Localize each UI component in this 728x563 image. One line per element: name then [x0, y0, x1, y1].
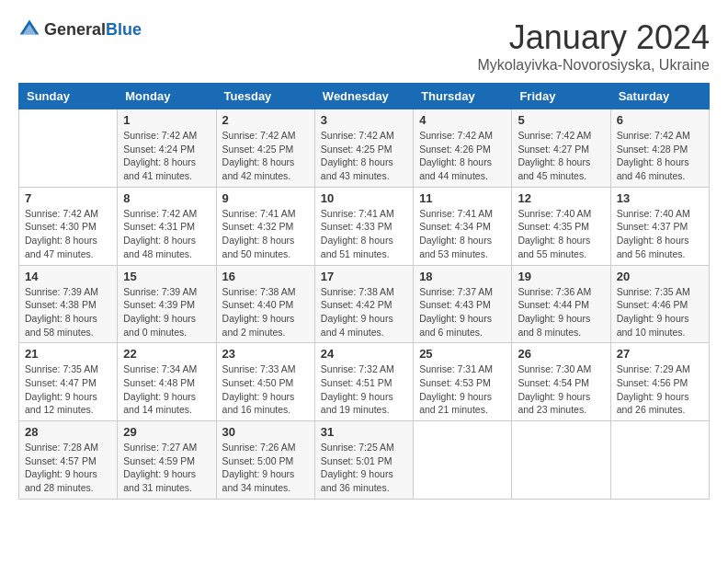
day-number: 22 — [123, 347, 210, 361]
day-cell — [414, 421, 512, 500]
day-number: 15 — [123, 270, 210, 283]
day-cell: 26Sunrise: 7:30 AMSunset: 4:54 PMDayligh… — [512, 343, 610, 421]
day-info: Sunrise: 7:40 AMSunset: 4:35 PMDaylight:… — [518, 207, 604, 261]
day-info: Sunrise: 7:26 AMSunset: 5:00 PMDaylight:… — [222, 441, 309, 495]
day-info: Sunrise: 7:38 AMSunset: 4:40 PMDaylight:… — [222, 285, 309, 339]
weekday-header-saturday: Saturday — [610, 84, 709, 109]
day-info: Sunrise: 7:35 AMSunset: 4:47 PMDaylight:… — [25, 362, 111, 417]
day-cell: 6Sunrise: 7:42 AMSunset: 4:28 PMDaylight… — [610, 109, 709, 188]
logo: GeneralBlue — [18, 18, 142, 40]
weekday-header-monday: Monday — [118, 84, 216, 109]
day-info: Sunrise: 7:36 AMSunset: 4:44 PMDaylight:… — [518, 285, 604, 339]
weekday-header-thursday: Thursday — [414, 84, 512, 109]
week-row-5: 28Sunrise: 7:28 AMSunset: 4:57 PMDayligh… — [19, 421, 710, 500]
day-number: 31 — [321, 425, 407, 439]
day-cell: 16Sunrise: 7:38 AMSunset: 4:40 PMDayligh… — [216, 265, 314, 343]
day-number: 9 — [222, 191, 309, 205]
day-cell: 8Sunrise: 7:42 AMSunset: 4:31 PMDaylight… — [118, 187, 216, 265]
day-info: Sunrise: 7:41 AMSunset: 4:33 PMDaylight:… — [321, 207, 407, 261]
day-cell: 17Sunrise: 7:38 AMSunset: 4:42 PMDayligh… — [314, 265, 413, 343]
day-info: Sunrise: 7:34 AMSunset: 4:48 PMDaylight:… — [123, 362, 210, 417]
month-title: January 2024 — [477, 18, 710, 57]
day-info: Sunrise: 7:39 AMSunset: 4:38 PMDaylight:… — [25, 285, 111, 339]
weekday-header-sunday: Sunday — [19, 84, 118, 109]
day-number: 18 — [419, 270, 506, 283]
title-block: January 2024 Mykolayivka-Novorosiyska, U… — [477, 18, 710, 74]
day-number: 28 — [25, 425, 111, 439]
day-info: Sunrise: 7:32 AMSunset: 4:51 PMDaylight:… — [321, 362, 407, 417]
day-cell: 7Sunrise: 7:42 AMSunset: 4:30 PMDaylight… — [19, 187, 118, 265]
day-info: Sunrise: 7:30 AMSunset: 4:54 PMDaylight:… — [518, 362, 604, 417]
day-info: Sunrise: 7:25 AMSunset: 5:01 PMDaylight:… — [321, 441, 407, 495]
day-info: Sunrise: 7:42 AMSunset: 4:31 PMDaylight:… — [123, 207, 210, 261]
day-cell: 9Sunrise: 7:41 AMSunset: 4:32 PMDaylight… — [216, 187, 314, 265]
day-cell: 24Sunrise: 7:32 AMSunset: 4:51 PMDayligh… — [314, 343, 413, 421]
day-info: Sunrise: 7:28 AMSunset: 4:57 PMDaylight:… — [25, 441, 111, 495]
weekday-header-friday: Friday — [512, 84, 610, 109]
day-info: Sunrise: 7:39 AMSunset: 4:39 PMDaylight:… — [123, 285, 210, 339]
day-cell: 30Sunrise: 7:26 AMSunset: 5:00 PMDayligh… — [216, 421, 314, 500]
day-info: Sunrise: 7:42 AMSunset: 4:24 PMDaylight:… — [123, 129, 210, 183]
week-row-2: 7Sunrise: 7:42 AMSunset: 4:30 PMDaylight… — [19, 187, 710, 265]
day-number: 29 — [123, 425, 210, 439]
day-cell: 13Sunrise: 7:40 AMSunset: 4:37 PMDayligh… — [610, 187, 709, 265]
day-info: Sunrise: 7:42 AMSunset: 4:26 PMDaylight:… — [419, 129, 506, 183]
day-number: 20 — [617, 270, 703, 283]
day-cell — [610, 421, 709, 500]
day-info: Sunrise: 7:41 AMSunset: 4:34 PMDaylight:… — [419, 207, 506, 261]
day-cell: 18Sunrise: 7:37 AMSunset: 4:43 PMDayligh… — [414, 265, 512, 343]
day-number: 24 — [321, 347, 407, 361]
day-number: 6 — [617, 113, 703, 127]
day-number: 27 — [617, 347, 703, 361]
day-info: Sunrise: 7:42 AMSunset: 4:28 PMDaylight:… — [617, 129, 703, 183]
day-info: Sunrise: 7:27 AMSunset: 4:59 PMDaylight:… — [123, 441, 210, 495]
day-info: Sunrise: 7:41 AMSunset: 4:32 PMDaylight:… — [222, 207, 309, 261]
day-cell: 28Sunrise: 7:28 AMSunset: 4:57 PMDayligh… — [19, 421, 118, 500]
weekday-header-wednesday: Wednesday — [314, 84, 413, 109]
day-number: 7 — [25, 191, 111, 205]
day-number: 5 — [518, 113, 604, 127]
day-info: Sunrise: 7:40 AMSunset: 4:37 PMDaylight:… — [617, 207, 703, 261]
day-number: 1 — [123, 113, 210, 127]
day-cell: 31Sunrise: 7:25 AMSunset: 5:01 PMDayligh… — [314, 421, 413, 500]
day-cell: 20Sunrise: 7:35 AMSunset: 4:46 PMDayligh… — [610, 265, 709, 343]
day-cell: 25Sunrise: 7:31 AMSunset: 4:53 PMDayligh… — [414, 343, 512, 421]
day-number: 12 — [518, 191, 604, 205]
day-number: 11 — [419, 191, 506, 205]
day-number: 10 — [321, 191, 407, 205]
day-info: Sunrise: 7:42 AMSunset: 4:27 PMDaylight:… — [518, 129, 604, 183]
day-cell: 19Sunrise: 7:36 AMSunset: 4:44 PMDayligh… — [512, 265, 610, 343]
weekday-header-row: SundayMondayTuesdayWednesdayThursdayFrid… — [19, 84, 710, 109]
weekday-header-tuesday: Tuesday — [216, 84, 314, 109]
day-cell: 22Sunrise: 7:34 AMSunset: 4:48 PMDayligh… — [118, 343, 216, 421]
logo-text-blue: Blue — [106, 20, 142, 39]
day-number: 26 — [518, 347, 604, 361]
logo-icon — [18, 18, 40, 40]
day-number: 23 — [222, 347, 309, 361]
day-cell: 4Sunrise: 7:42 AMSunset: 4:26 PMDaylight… — [414, 109, 512, 188]
day-info: Sunrise: 7:33 AMSunset: 4:50 PMDaylight:… — [222, 362, 309, 417]
day-cell: 23Sunrise: 7:33 AMSunset: 4:50 PMDayligh… — [216, 343, 314, 421]
day-cell: 10Sunrise: 7:41 AMSunset: 4:33 PMDayligh… — [314, 187, 413, 265]
day-info: Sunrise: 7:35 AMSunset: 4:46 PMDaylight:… — [617, 285, 703, 339]
day-number: 2 — [222, 113, 309, 127]
day-number: 16 — [222, 270, 309, 283]
day-number: 3 — [321, 113, 407, 127]
day-cell: 11Sunrise: 7:41 AMSunset: 4:34 PMDayligh… — [414, 187, 512, 265]
page-header: GeneralBlue January 2024 Mykolayivka-Nov… — [18, 18, 710, 74]
day-number: 8 — [123, 191, 210, 205]
day-cell: 21Sunrise: 7:35 AMSunset: 4:47 PMDayligh… — [19, 343, 118, 421]
day-info: Sunrise: 7:29 AMSunset: 4:56 PMDaylight:… — [617, 362, 703, 417]
location-title: Mykolayivka-Novorosiyska, Ukraine — [477, 57, 710, 74]
day-cell — [512, 421, 610, 500]
day-info: Sunrise: 7:38 AMSunset: 4:42 PMDaylight:… — [321, 285, 407, 339]
week-row-4: 21Sunrise: 7:35 AMSunset: 4:47 PMDayligh… — [19, 343, 710, 421]
day-number: 30 — [222, 425, 309, 439]
day-info: Sunrise: 7:42 AMSunset: 4:25 PMDaylight:… — [222, 129, 309, 183]
day-info: Sunrise: 7:37 AMSunset: 4:43 PMDaylight:… — [419, 285, 506, 339]
day-cell: 29Sunrise: 7:27 AMSunset: 4:59 PMDayligh… — [118, 421, 216, 500]
week-row-3: 14Sunrise: 7:39 AMSunset: 4:38 PMDayligh… — [19, 265, 710, 343]
day-number: 14 — [25, 270, 111, 283]
day-number: 21 — [25, 347, 111, 361]
calendar-table: SundayMondayTuesdayWednesdayThursdayFrid… — [18, 83, 710, 500]
